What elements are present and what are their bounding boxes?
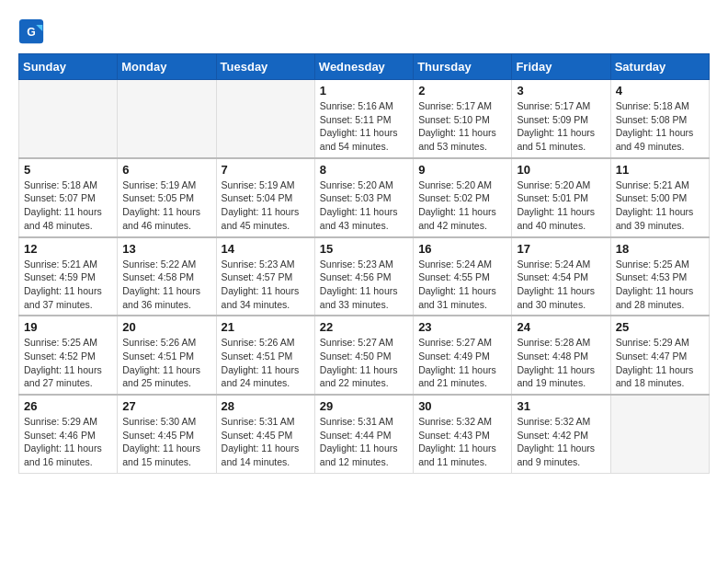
day-number: 25 <box>616 320 704 334</box>
day-info: Sunrise: 5:32 AMSunset: 4:43 PMDaylight:… <box>418 415 506 469</box>
calendar-cell <box>216 80 314 158</box>
calendar-cell: 28Sunrise: 5:31 AMSunset: 4:45 PMDayligh… <box>216 395 314 473</box>
calendar-cell: 21Sunrise: 5:26 AMSunset: 4:51 PMDayligh… <box>216 316 314 395</box>
day-number: 28 <box>222 399 310 413</box>
day-info: Sunrise: 5:29 AMSunset: 4:46 PMDaylight:… <box>24 415 112 469</box>
day-number: 8 <box>320 163 408 177</box>
day-info: Sunrise: 5:21 AMSunset: 4:59 PMDaylight:… <box>24 258 112 312</box>
calendar-cell: 14Sunrise: 5:23 AMSunset: 4:57 PMDayligh… <box>216 237 314 316</box>
day-number: 18 <box>616 242 704 256</box>
calendar-cell <box>610 395 709 473</box>
calendar-cell: 11Sunrise: 5:21 AMSunset: 5:00 PMDayligh… <box>610 158 709 237</box>
day-info: Sunrise: 5:16 AMSunset: 5:11 PMDaylight:… <box>320 99 408 154</box>
day-number: 16 <box>418 242 506 256</box>
day-info: Sunrise: 5:27 AMSunset: 4:50 PMDaylight:… <box>320 336 408 390</box>
day-number: 23 <box>418 320 506 334</box>
day-number: 5 <box>24 163 112 177</box>
day-number: 20 <box>122 320 210 334</box>
day-info: Sunrise: 5:20 AMSunset: 5:01 PMDaylight:… <box>517 178 605 233</box>
day-info: Sunrise: 5:31 AMSunset: 4:45 PMDaylight:… <box>222 415 310 469</box>
calendar-week-row: 12Sunrise: 5:21 AMSunset: 4:59 PMDayligh… <box>19 237 710 316</box>
calendar-cell: 18Sunrise: 5:25 AMSunset: 4:53 PMDayligh… <box>610 237 709 316</box>
day-info: Sunrise: 5:25 AMSunset: 4:52 PMDaylight:… <box>24 336 112 390</box>
logo-icon: G <box>18 18 44 44</box>
day-info: Sunrise: 5:31 AMSunset: 4:44 PMDaylight:… <box>320 415 408 469</box>
calendar-cell <box>19 80 118 158</box>
calendar-cell: 31Sunrise: 5:32 AMSunset: 4:42 PMDayligh… <box>512 395 610 473</box>
day-info: Sunrise: 5:26 AMSunset: 4:51 PMDaylight:… <box>222 336 310 390</box>
day-number: 30 <box>418 399 506 413</box>
calendar-cell <box>118 80 216 158</box>
day-number: 29 <box>320 399 408 413</box>
day-info: Sunrise: 5:26 AMSunset: 4:51 PMDaylight:… <box>122 336 210 390</box>
day-number: 26 <box>24 399 112 413</box>
day-number: 1 <box>320 84 408 98</box>
logo: G <box>18 18 48 44</box>
day-info: Sunrise: 5:27 AMSunset: 4:49 PMDaylight:… <box>418 336 506 390</box>
calendar-cell: 20Sunrise: 5:26 AMSunset: 4:51 PMDayligh… <box>118 316 216 395</box>
calendar-cell: 19Sunrise: 5:25 AMSunset: 4:52 PMDayligh… <box>19 316 118 395</box>
weekday-header-monday: Monday <box>118 54 216 80</box>
calendar-cell: 23Sunrise: 5:27 AMSunset: 4:49 PMDayligh… <box>414 316 512 395</box>
calendar-cell: 17Sunrise: 5:24 AMSunset: 4:54 PMDayligh… <box>512 237 610 316</box>
weekday-header-thursday: Thursday <box>414 54 512 80</box>
day-info: Sunrise: 5:30 AMSunset: 4:45 PMDaylight:… <box>122 415 210 469</box>
weekday-header-saturday: Saturday <box>610 54 709 80</box>
day-info: Sunrise: 5:32 AMSunset: 4:42 PMDaylight:… <box>517 415 605 469</box>
calendar-cell: 5Sunrise: 5:18 AMSunset: 5:07 PMDaylight… <box>19 158 118 237</box>
weekday-header-sunday: Sunday <box>19 54 118 80</box>
calendar-cell: 12Sunrise: 5:21 AMSunset: 4:59 PMDayligh… <box>19 237 118 316</box>
day-info: Sunrise: 5:21 AMSunset: 5:00 PMDaylight:… <box>616 178 704 233</box>
day-number: 2 <box>418 84 506 98</box>
calendar-cell: 15Sunrise: 5:23 AMSunset: 4:56 PMDayligh… <box>314 237 413 316</box>
day-info: Sunrise: 5:19 AMSunset: 5:04 PMDaylight:… <box>222 178 310 233</box>
day-info: Sunrise: 5:24 AMSunset: 4:55 PMDaylight:… <box>418 258 506 312</box>
day-info: Sunrise: 5:25 AMSunset: 4:53 PMDaylight:… <box>616 258 704 312</box>
day-info: Sunrise: 5:20 AMSunset: 5:03 PMDaylight:… <box>320 178 408 233</box>
page-header: G <box>18 18 710 44</box>
day-info: Sunrise: 5:19 AMSunset: 5:05 PMDaylight:… <box>122 178 210 233</box>
weekday-header-wednesday: Wednesday <box>314 54 413 80</box>
day-number: 22 <box>320 320 408 334</box>
calendar-cell: 26Sunrise: 5:29 AMSunset: 4:46 PMDayligh… <box>19 395 118 473</box>
day-number: 4 <box>616 84 704 98</box>
calendar-week-row: 26Sunrise: 5:29 AMSunset: 4:46 PMDayligh… <box>19 395 710 473</box>
day-info: Sunrise: 5:24 AMSunset: 4:54 PMDaylight:… <box>517 258 605 312</box>
svg-text:G: G <box>27 26 36 39</box>
calendar-cell: 2Sunrise: 5:17 AMSunset: 5:10 PMDaylight… <box>414 80 512 158</box>
calendar-cell: 4Sunrise: 5:18 AMSunset: 5:08 PMDaylight… <box>610 80 709 158</box>
calendar-cell: 27Sunrise: 5:30 AMSunset: 4:45 PMDayligh… <box>118 395 216 473</box>
day-info: Sunrise: 5:18 AMSunset: 5:07 PMDaylight:… <box>24 178 112 233</box>
day-info: Sunrise: 5:18 AMSunset: 5:08 PMDaylight:… <box>616 99 704 154</box>
calendar-cell: 7Sunrise: 5:19 AMSunset: 5:04 PMDaylight… <box>216 158 314 237</box>
day-number: 14 <box>222 242 310 256</box>
calendar-cell: 1Sunrise: 5:16 AMSunset: 5:11 PMDaylight… <box>314 80 413 158</box>
calendar-cell: 6Sunrise: 5:19 AMSunset: 5:05 PMDaylight… <box>118 158 216 237</box>
day-number: 19 <box>24 320 112 334</box>
day-info: Sunrise: 5:23 AMSunset: 4:56 PMDaylight:… <box>320 258 408 312</box>
day-info: Sunrise: 5:17 AMSunset: 5:09 PMDaylight:… <box>517 99 605 154</box>
day-info: Sunrise: 5:29 AMSunset: 4:47 PMDaylight:… <box>616 336 704 390</box>
day-number: 17 <box>517 242 605 256</box>
day-number: 24 <box>517 320 605 334</box>
day-info: Sunrise: 5:22 AMSunset: 4:58 PMDaylight:… <box>122 258 210 312</box>
calendar-week-row: 1Sunrise: 5:16 AMSunset: 5:11 PMDaylight… <box>19 80 710 158</box>
weekday-header-row: SundayMondayTuesdayWednesdayThursdayFrid… <box>19 54 710 80</box>
day-number: 12 <box>24 242 112 256</box>
calendar-week-row: 5Sunrise: 5:18 AMSunset: 5:07 PMDaylight… <box>19 158 710 237</box>
calendar-cell: 16Sunrise: 5:24 AMSunset: 4:55 PMDayligh… <box>414 237 512 316</box>
calendar-table: SundayMondayTuesdayWednesdayThursdayFrid… <box>18 53 710 474</box>
day-number: 11 <box>616 163 704 177</box>
calendar-cell: 30Sunrise: 5:32 AMSunset: 4:43 PMDayligh… <box>414 395 512 473</box>
day-number: 10 <box>517 163 605 177</box>
day-number: 31 <box>517 399 605 413</box>
calendar-cell: 22Sunrise: 5:27 AMSunset: 4:50 PMDayligh… <box>314 316 413 395</box>
calendar-cell: 9Sunrise: 5:20 AMSunset: 5:02 PMDaylight… <box>414 158 512 237</box>
day-number: 7 <box>222 163 310 177</box>
calendar-cell: 25Sunrise: 5:29 AMSunset: 4:47 PMDayligh… <box>610 316 709 395</box>
day-info: Sunrise: 5:23 AMSunset: 4:57 PMDaylight:… <box>222 258 310 312</box>
day-info: Sunrise: 5:28 AMSunset: 4:48 PMDaylight:… <box>517 336 605 390</box>
calendar-cell: 3Sunrise: 5:17 AMSunset: 5:09 PMDaylight… <box>512 80 610 158</box>
day-number: 15 <box>320 242 408 256</box>
calendar-cell: 13Sunrise: 5:22 AMSunset: 4:58 PMDayligh… <box>118 237 216 316</box>
